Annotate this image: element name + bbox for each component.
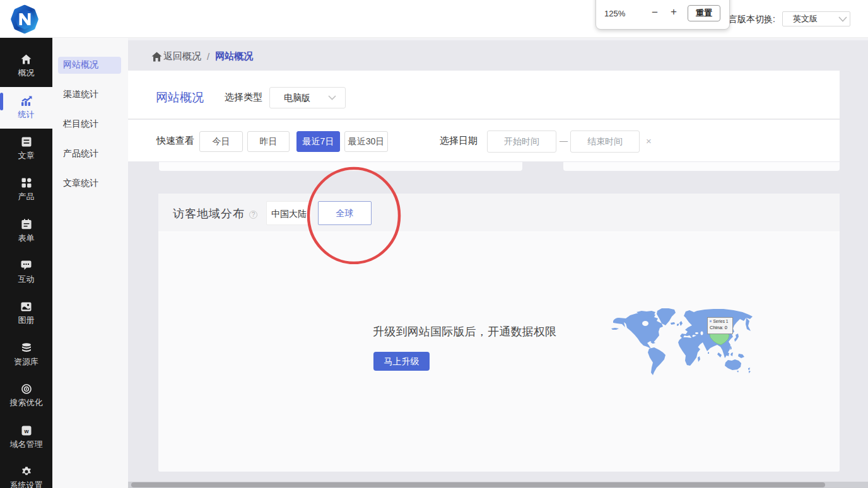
- svg-text:China: 0: China: 0: [710, 325, 727, 330]
- svg-text:Series 1: Series 1: [713, 319, 729, 323]
- svg-text:w: w: [23, 427, 29, 434]
